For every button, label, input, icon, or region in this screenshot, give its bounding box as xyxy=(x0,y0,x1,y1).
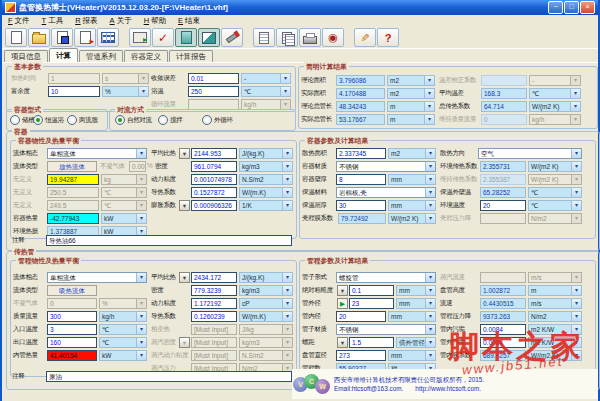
value-dropdown[interactable]: 不锈钢▾ xyxy=(336,161,436,172)
unit-select[interactable]: m▾ xyxy=(528,285,582,296)
unit-select[interactable]: W/(m2 K)▾ xyxy=(388,213,436,224)
value-dropdown[interactable]: 螺旋管▾ xyxy=(336,272,436,283)
spin-down-button[interactable]: ▼ xyxy=(179,148,190,159)
open-file-button[interactable] xyxy=(28,28,50,47)
text-input[interactable]: 8 xyxy=(336,174,386,185)
unit-select[interactable]: ℃▾ xyxy=(528,200,582,211)
website-link[interactable]: http://www.htcsoft.com. xyxy=(415,385,481,392)
text-input[interactable]: 2434.172 xyxy=(191,272,237,283)
value-dropdown[interactable]: 单相流体▾ xyxy=(47,272,147,283)
web-button[interactable]: ◉ xyxy=(322,28,344,47)
radio-option[interactable]: 搅拌 xyxy=(158,115,182,125)
menu-item[interactable]: R报表 xyxy=(69,16,103,26)
text-input[interactable]: 250 xyxy=(188,86,239,97)
unit-select[interactable]: ℃▾ xyxy=(241,86,291,97)
menu-item[interactable]: F文件 xyxy=(2,16,36,26)
text-input[interactable]: 原油 xyxy=(46,371,292,382)
unit-select[interactable]: W/(m.K)▾ xyxy=(239,187,293,198)
radio-option[interactable]: 恒温浴 xyxy=(33,115,64,125)
exit-view-button[interactable] xyxy=(175,28,197,47)
maximize-button[interactable]: □ xyxy=(564,1,579,14)
text-input[interactable]: 160 xyxy=(47,337,97,348)
unit-select[interactable]: kg/m3▾ xyxy=(239,285,293,296)
text-input[interactable]: 0.000906326 xyxy=(191,200,237,211)
unit-select[interactable]: m2▾ xyxy=(387,88,435,99)
text-input[interactable]: 0.001074978 xyxy=(191,174,237,185)
unit-select[interactable]: ℃▾ xyxy=(528,187,582,198)
unit-select[interactable]: m▾ xyxy=(387,101,435,112)
radio-option[interactable]: 外循环 xyxy=(202,115,233,125)
unit-select[interactable]: mm▾ xyxy=(388,311,436,322)
print-button[interactable] xyxy=(299,28,321,47)
unit-select[interactable]: m/s▾ xyxy=(528,298,582,309)
expand-button[interactable]: ▶ xyxy=(337,298,348,309)
unit-select[interactable]: W/(m2 K)▾ xyxy=(529,101,581,112)
text-input[interactable]: 30 xyxy=(336,200,386,211)
data-table-button[interactable] xyxy=(97,28,119,47)
fluid-type-button[interactable]: 吸热流体 xyxy=(47,285,97,296)
unit-select[interactable]: 倍外管径▾ xyxy=(396,337,436,348)
value-dropdown[interactable]: 岩棉板,壳▾ xyxy=(336,187,436,198)
text-input[interactable]: 273 xyxy=(336,350,386,361)
tools-button[interactable] xyxy=(221,28,243,47)
unit-select[interactable]: mm▾ xyxy=(388,350,436,361)
minimize-button[interactable]: − xyxy=(548,1,563,14)
copy-button[interactable] xyxy=(276,28,298,47)
unit-select[interactable]: -▾ xyxy=(241,73,291,84)
text-input[interactable]: 3 xyxy=(47,324,97,335)
edit-button[interactable]: ✎ xyxy=(354,28,376,47)
text-input[interactable]: 导热油66 xyxy=(46,235,292,246)
value-dropdown[interactable]: 空气▾ xyxy=(478,148,582,159)
text-input[interactable]: 961.0794 xyxy=(191,161,237,172)
text-input[interactable]: 300 xyxy=(47,311,97,322)
text-input[interactable]: 20 xyxy=(480,200,526,211)
unit-select[interactable]: kW▾ xyxy=(99,350,147,361)
text-input[interactable]: 2.337345 xyxy=(336,148,386,159)
text-input[interactable]: 20 xyxy=(336,311,386,322)
check-button[interactable]: ✓ xyxy=(152,28,174,47)
export-file-button[interactable]: ▸ xyxy=(74,28,96,47)
value-dropdown[interactable]: 单相流体▾ xyxy=(47,148,147,159)
tab-calculation[interactable]: 计算 xyxy=(49,48,78,63)
fluid-type-button[interactable]: 放热流体 xyxy=(47,161,97,172)
unit-select[interactable]: mm▾ xyxy=(388,174,436,185)
value-dropdown[interactable]: 不锈钢▾ xyxy=(336,324,436,335)
radio-option[interactable]: 储槽 xyxy=(10,115,34,125)
new-file-button[interactable] xyxy=(5,28,27,47)
radio-option[interactable]: 自然对流 xyxy=(115,115,152,125)
text-input[interactable]: 0.1 xyxy=(349,285,394,296)
menu-item[interactable]: T工具 xyxy=(36,16,70,26)
save-file-button[interactable] xyxy=(51,28,73,47)
unit-select[interactable]: ℃▾ xyxy=(99,337,147,348)
unit-select[interactable]: N/m2▾ xyxy=(528,311,582,322)
unit-select[interactable]: W/(m2 K)▾ xyxy=(528,161,582,172)
text-input[interactable]: -42.77943 xyxy=(47,213,99,224)
unit-select[interactable]: %▾ xyxy=(102,86,149,97)
unit-select[interactable]: cP▾ xyxy=(239,298,293,309)
text-input[interactable]: 2144.953 xyxy=(191,148,237,159)
text-input[interactable]: 0.01 xyxy=(188,73,239,84)
unit-select[interactable]: N.S/m2▾ xyxy=(239,174,293,185)
unit-select[interactable]: mm▾ xyxy=(396,298,436,309)
menu-item[interactable]: H帮助 xyxy=(138,16,172,26)
text-input[interactable]: 0.1527872 xyxy=(191,187,237,198)
text-input[interactable]: 1.5 xyxy=(349,337,394,348)
text-input[interactable]: 19.94287 xyxy=(47,174,99,185)
text-input[interactable]: 0.1260239 xyxy=(191,311,237,322)
unit-select[interactable]: 1/K▾ xyxy=(239,200,293,211)
unit-select[interactable]: kg/m3▾ xyxy=(239,161,293,172)
diagram-view-button[interactable] xyxy=(198,28,220,47)
menu-item[interactable]: E结束 xyxy=(172,16,206,26)
unit-select[interactable]: mm▾ xyxy=(388,200,436,211)
report-button[interactable] xyxy=(253,28,275,47)
spin-down-button[interactable]: ▼ xyxy=(337,285,348,296)
unit-select[interactable]: ℃▾ xyxy=(99,324,147,335)
unit-select[interactable]: ℃▾ xyxy=(529,88,581,99)
unit-select[interactable]: W/(m.K)▾ xyxy=(239,311,293,322)
close-button[interactable]: × xyxy=(580,1,595,14)
goto-button[interactable]: ▸ xyxy=(129,28,151,47)
unit-select[interactable]: J/(kg.K)▾ xyxy=(239,272,293,283)
unit-select[interactable]: m▾ xyxy=(387,114,435,125)
text-input[interactable]: 23 xyxy=(349,298,394,309)
unit-select[interactable]: J/(kg.K)▾ xyxy=(239,148,293,159)
